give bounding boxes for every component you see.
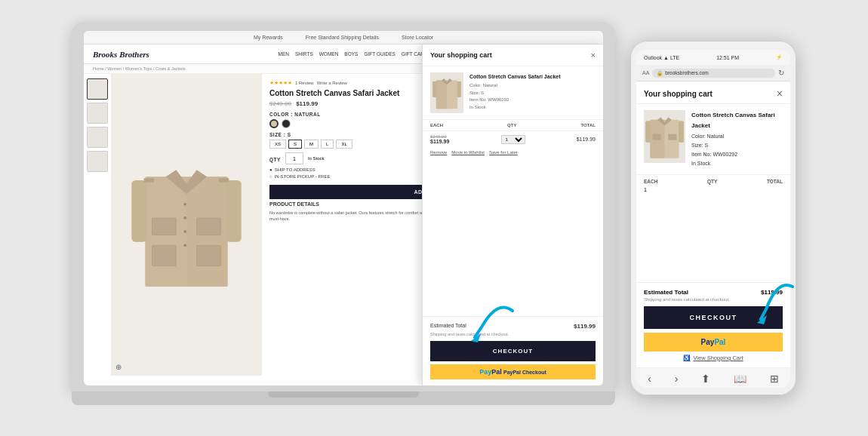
- laptop-device: My Rewards Free Standard Shipping Detail…: [72, 22, 615, 414]
- cart-item-number: Item No: WW00292: [469, 97, 561, 104]
- product-main-image: ⊕: [111, 74, 262, 376]
- write-review-link[interactable]: Write a Review: [317, 81, 347, 85]
- phone-item-name: Cotton Stretch Canvas Safari Jacket: [691, 110, 783, 130]
- phone-item-info: Cotton Stretch Canvas Safari Jacket Colo…: [691, 110, 783, 168]
- cart-item-info: Cotton Stretch Canvas Safari Jacket Colo…: [469, 72, 561, 113]
- accessibility-icon: ♿: [683, 355, 690, 361]
- cart-close-button[interactable]: ×: [591, 51, 596, 60]
- share-button[interactable]: ⬆: [701, 373, 710, 385]
- phone-cart-title: Your shopping cart: [644, 90, 713, 98]
- paypal-button[interactable]: PayPal PayPal Checkout: [430, 364, 596, 379]
- lock-icon: 🔒: [657, 70, 663, 76]
- cart-item: Cotton Stretch Canvas Safari Jacket Colo…: [423, 66, 603, 120]
- phone-item-image: [644, 110, 685, 163]
- size-xl[interactable]: XL: [336, 140, 352, 149]
- phone-body: Outlook ▲ LTE 12:51 PM ⚡ AA 🔒 brooksbrot…: [630, 41, 796, 395]
- phone-cart-header: Your shopping cart ×: [636, 81, 790, 104]
- nav-gift-guides[interactable]: GIFT GUIDES: [364, 51, 395, 57]
- phone-device: Outlook ▲ LTE 12:51 PM ⚡ AA 🔒 brooksbrot…: [630, 41, 796, 395]
- svg-rect-17: [436, 80, 447, 109]
- stock-label: In Stock: [308, 156, 325, 161]
- thumbnail-1[interactable]: [87, 78, 108, 100]
- topbar-right: Store Locator: [402, 35, 433, 40]
- thumbnail-4[interactable]: [87, 151, 108, 172]
- topbar-left: My Rewards: [254, 35, 283, 40]
- thumbnail-2[interactable]: [87, 103, 108, 124]
- swatch-natural[interactable]: [269, 119, 279, 128]
- svg-rect-28: [668, 134, 676, 140]
- laptop-base: [72, 391, 615, 405]
- svg-rect-5: [197, 218, 221, 235]
- svg-point-10: [183, 230, 186, 233]
- remove-link[interactable]: Remove: [430, 150, 447, 155]
- phone-status-left: Outlook ▲ LTE: [644, 55, 679, 60]
- cart-price-sale: $119.99: [430, 139, 449, 144]
- laptop-screen: My Rewards Free Standard Shipping Detail…: [84, 31, 603, 385]
- cart-item-size: Size: S: [469, 90, 561, 97]
- cart-item-stock: In Stock: [469, 104, 561, 112]
- paypal-text: PayPal: [479, 368, 502, 376]
- nav-women[interactable]: WOMEN: [319, 51, 339, 57]
- forward-button[interactable]: ›: [675, 373, 679, 385]
- col-each: EACH: [430, 123, 443, 127]
- phone-url-bar[interactable]: 🔒 brooksbrothers.com: [652, 69, 775, 78]
- phone-item-color: Color: Natural: [691, 132, 783, 141]
- product-area: ⊕ ★★★★★ 1 Review Write a Review Cotton S…: [84, 74, 603, 376]
- svg-rect-4: [152, 218, 177, 235]
- svg-rect-20: [457, 81, 461, 97]
- qty-input[interactable]: [285, 152, 303, 164]
- cart-item-color: Color: Natural: [469, 82, 561, 90]
- phone-view-cart-link[interactable]: ♿ View Shopping Cart: [644, 355, 783, 361]
- phone-paypal-button[interactable]: PayPal: [644, 333, 783, 352]
- bookmarks-button[interactable]: 📖: [734, 373, 746, 385]
- thumbnail-3[interactable]: [87, 127, 108, 148]
- refresh-icon[interactable]: ↻: [778, 69, 784, 77]
- svg-rect-12: [131, 180, 146, 242]
- tabs-button[interactable]: ⊞: [770, 373, 779, 385]
- cart-total: $119.99: [577, 137, 596, 142]
- url-text: brooksbrothers.com: [665, 70, 708, 75]
- phone-aa-button[interactable]: AA: [642, 70, 649, 75]
- size-m[interactable]: M: [304, 140, 319, 149]
- svg-rect-15: [219, 178, 229, 182]
- phone-table-header: EACH QTY TOTAL: [636, 175, 790, 186]
- svg-point-9: [183, 216, 186, 220]
- back-button[interactable]: ‹: [648, 373, 651, 385]
- wishlist-link[interactable]: Move to Wishlist: [451, 150, 485, 155]
- phone-col-qty: QTY: [707, 179, 717, 184]
- review-count[interactable]: 1 Review: [295, 81, 314, 85]
- laptop-body: My Rewards Free Standard Shipping Detail…: [72, 22, 615, 391]
- phone-cart-close[interactable]: ×: [777, 88, 783, 100]
- svg-rect-26: [679, 121, 684, 143]
- jacket-illustration: [126, 149, 247, 300]
- phone-cart-item: Cotton Stretch Canvas Safari Jacket Colo…: [636, 104, 790, 175]
- rating-stars: ★★★★★: [269, 80, 292, 86]
- save-later-link[interactable]: Save for Later: [489, 150, 518, 155]
- phone-paypal-text: PayPal: [701, 338, 726, 346]
- view-cart-label: View Shopping Cart: [693, 355, 743, 361]
- nav-men[interactable]: MEN: [279, 51, 289, 57]
- phone-item-stock: In Stock: [691, 159, 783, 168]
- cart-header: Your shopping cart ×: [423, 45, 603, 66]
- phone-status-bar: Outlook ▲ LTE 12:51 PM ⚡: [636, 50, 790, 65]
- size-l[interactable]: L: [321, 140, 334, 149]
- nav-shirts[interactable]: SHIRTS: [295, 51, 313, 57]
- zoom-icon[interactable]: ⊕: [115, 363, 122, 371]
- size-xs[interactable]: XS: [269, 140, 286, 149]
- cart-item-name: Cotton Stretch Canvas Safari Jacket: [469, 72, 561, 81]
- price-sale: $119.99: [296, 100, 318, 107]
- size-s[interactable]: S: [288, 140, 302, 149]
- topbar-center: Free Standard Shipping Details: [306, 35, 379, 40]
- phone-screen: Outlook ▲ LTE 12:51 PM ⚡ AA 🔒 brooksbrot…: [636, 50, 790, 388]
- cart-qty-select[interactable]: 1 2 3: [501, 135, 525, 144]
- svg-rect-6: [152, 245, 177, 266]
- svg-point-11: [183, 244, 186, 247]
- phone-status-right: ⚡: [776, 54, 783, 60]
- site-topbar: My Rewards Free Standard Shipping Detail…: [84, 31, 603, 45]
- nav-boys[interactable]: BOYS: [344, 51, 358, 57]
- cart-table-row: $249.00 $119.99 1 2 3 $119.99: [423, 131, 603, 147]
- swatch-dark[interactable]: [282, 119, 291, 128]
- phone-item-size: Size: S: [691, 141, 783, 150]
- cart-table-header: EACH QTY TOTAL: [423, 120, 603, 131]
- phone-col-each: EACH: [644, 179, 657, 184]
